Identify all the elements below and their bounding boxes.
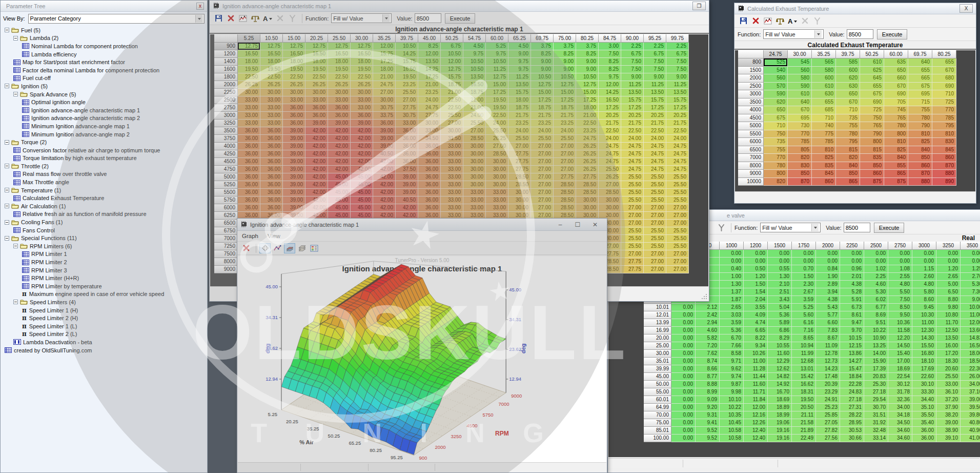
- cell[interactable]: 30.00: [576, 204, 599, 212]
- cell[interactable]: 18.00: [576, 104, 599, 112]
- tree-item-special-functions-11[interactable]: Special Functions (11): [1, 234, 206, 242]
- cell[interactable]: 16.50: [305, 50, 328, 58]
- cell[interactable]: 15.75: [373, 50, 396, 58]
- cell[interactable]: 36.00: [238, 135, 260, 143]
- cell[interactable]: 12.73: [816, 358, 840, 365]
- cell[interactable]: 12.26: [744, 419, 768, 427]
- cell[interactable]: 30.00: [599, 204, 621, 212]
- cell[interactable]: 800: [884, 130, 908, 139]
- close-map-button[interactable]: [750, 16, 761, 26]
- tree-item-lambda-2[interactable]: Lambda (2): [1, 34, 206, 43]
- cell[interactable]: 8.88: [696, 381, 720, 388]
- tree-item-throttle-2[interactable]: Throttle (2): [1, 162, 206, 170]
- cell[interactable]: 12.40: [744, 435, 768, 442]
- cell[interactable]: 25.50: [666, 196, 689, 204]
- cell[interactable]: 42.00: [305, 189, 328, 196]
- cell[interactable]: 16.50: [283, 50, 305, 58]
- cell[interactable]: 5.91: [840, 296, 864, 304]
- cell[interactable]: 36.00: [418, 204, 441, 212]
- cell[interactable]: 0.40: [720, 265, 744, 273]
- cell[interactable]: 675: [908, 83, 932, 91]
- cell[interactable]: 24.75: [666, 143, 689, 150]
- cell[interactable]: 18.00: [305, 58, 328, 66]
- cell[interactable]: 23.25: [576, 127, 599, 135]
- cell[interactable]: 36.00: [396, 135, 418, 143]
- cell[interactable]: 780: [764, 162, 788, 170]
- cell[interactable]: 30.00: [463, 173, 486, 181]
- cell[interactable]: 870: [932, 162, 956, 170]
- cell[interactable]: 650: [836, 90, 860, 98]
- cell[interactable]: 6.73: [840, 304, 864, 311]
- cell[interactable]: 9.80: [936, 304, 961, 311]
- cell[interactable]: 8.66: [696, 365, 720, 373]
- cell[interactable]: 39.00: [283, 181, 305, 189]
- expand-toggle[interactable]: [5, 236, 9, 241]
- cell[interactable]: 630: [836, 83, 860, 91]
- cell[interactable]: 28.50: [554, 204, 576, 212]
- cell[interactable]: 45.00: [351, 204, 373, 212]
- cell[interactable]: 42.00: [305, 150, 328, 158]
- col-header[interactable]: 50.25: [441, 34, 463, 43]
- cell[interactable]: 610: [788, 90, 812, 98]
- cell[interactable]: 33.00: [936, 381, 961, 388]
- cell[interactable]: 18.00: [351, 58, 373, 66]
- cell[interactable]: 12.75: [328, 43, 351, 50]
- cell[interactable]: 30.00: [260, 89, 283, 96]
- cell[interactable]: 0.00: [671, 350, 696, 358]
- cell[interactable]: 42.00: [328, 127, 351, 135]
- cell[interactable]: 2.04: [744, 296, 768, 304]
- tree-item-temperature-1[interactable]: Temperature (1): [1, 186, 206, 194]
- cell[interactable]: 32.36: [888, 396, 912, 404]
- menu-graph[interactable]: Graph: [237, 233, 263, 239]
- cell[interactable]: 11.60: [768, 350, 792, 358]
- cell[interactable]: 33.00: [441, 181, 463, 189]
- tree-item-rpm-limiter-by-temperature[interactable]: RPM Limiter by temperature: [1, 282, 206, 290]
- cell[interactable]: 19.50: [260, 66, 283, 73]
- trace-button[interactable]: [237, 13, 249, 24]
- cell[interactable]: 42.00: [373, 204, 396, 212]
- cell[interactable]: 860: [932, 154, 956, 162]
- cell[interactable]: 30.00: [328, 89, 351, 96]
- cell[interactable]: 28.50: [508, 173, 531, 181]
- cell[interactable]: 17.00: [888, 358, 912, 365]
- cell[interactable]: 860: [860, 170, 884, 178]
- cell[interactable]: 16.50: [260, 50, 283, 58]
- cell[interactable]: 3.94: [816, 288, 840, 296]
- cell[interactable]: 1.20: [744, 273, 768, 281]
- cell[interactable]: 0.70: [792, 265, 816, 273]
- cell[interactable]: 590: [788, 83, 812, 91]
- cell[interactable]: 6.50: [936, 288, 961, 296]
- menu-view[interactable]: View: [263, 233, 285, 239]
- cell[interactable]: 41.00: [961, 435, 980, 442]
- cell[interactable]: 33.00: [441, 204, 463, 212]
- tree-item-conversion-factor-relative-air-charge-to-optimum-torque[interactable]: Conversion factor relative air charge to…: [1, 146, 206, 154]
- col-header[interactable]: 80.25: [576, 34, 599, 43]
- cell[interactable]: 6.75: [441, 43, 463, 50]
- cell[interactable]: 21.75: [554, 112, 576, 120]
- cell[interactable]: 1.90: [816, 273, 840, 281]
- cell[interactable]: 36.00: [912, 427, 936, 435]
- cell[interactable]: 36.00: [238, 166, 260, 173]
- cell[interactable]: 19.50: [486, 104, 508, 112]
- cell[interactable]: 33.00: [441, 173, 463, 181]
- surface-chart-button[interactable]: [284, 243, 295, 253]
- cell[interactable]: 45.00: [351, 173, 373, 181]
- cell[interactable]: 12.29: [768, 358, 792, 365]
- cell[interactable]: 10.58: [720, 427, 744, 435]
- cell[interactable]: 33.00: [238, 96, 260, 104]
- cell[interactable]: 16.50: [463, 81, 486, 89]
- cell[interactable]: 0.00: [671, 327, 696, 334]
- row-header[interactable]: 5000: [738, 122, 764, 130]
- cell[interactable]: 22.50: [305, 73, 328, 81]
- cell[interactable]: 815: [836, 146, 860, 154]
- cell[interactable]: 24.75: [599, 150, 621, 158]
- cell[interactable]: 39.00: [396, 173, 418, 181]
- cell[interactable]: 8.25: [599, 58, 621, 66]
- row-header[interactable]: 3000: [214, 112, 238, 120]
- col-header[interactable]: 65.25: [508, 34, 531, 43]
- cell[interactable]: 10.55: [768, 342, 792, 350]
- cell[interactable]: 640: [788, 98, 812, 107]
- cell[interactable]: 780: [836, 130, 860, 139]
- row-header[interactable]: 3500: [738, 98, 764, 107]
- cell[interactable]: 27.00: [373, 89, 396, 96]
